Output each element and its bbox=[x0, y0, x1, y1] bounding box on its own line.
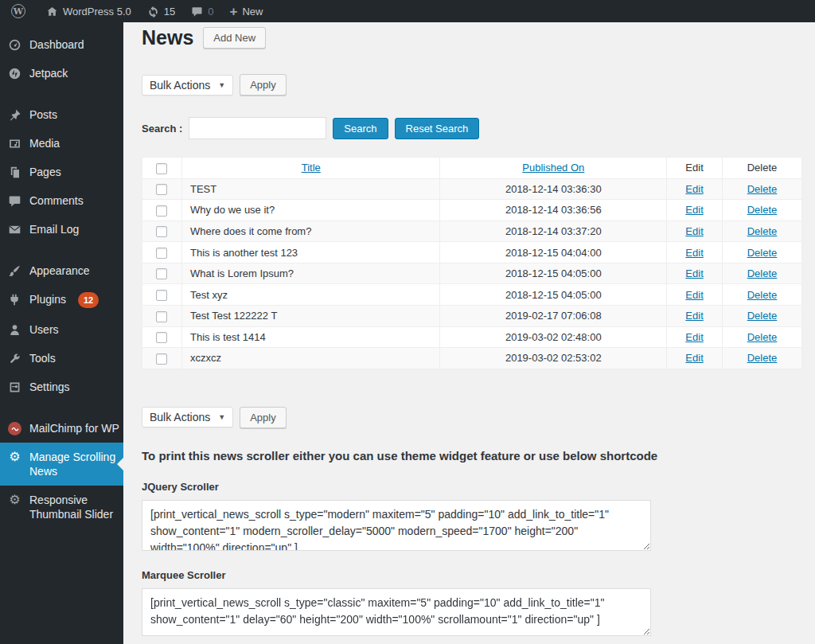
pages-icon bbox=[7, 165, 22, 179]
apply-button[interactable]: Apply bbox=[240, 74, 287, 96]
row-checkbox[interactable] bbox=[156, 248, 167, 259]
delete-link[interactable]: Delete bbox=[747, 310, 778, 322]
news-title: Where does it come from? bbox=[181, 221, 440, 242]
sidebar-item-label: Plugins bbox=[29, 292, 66, 306]
row-checkbox[interactable] bbox=[156, 332, 167, 343]
news-title: Test Test 122222 T bbox=[181, 305, 440, 326]
edit-link[interactable]: Edit bbox=[685, 183, 703, 195]
search-button[interactable]: Search bbox=[333, 118, 388, 139]
shortcode-info-heading: To print this news scroller either you c… bbox=[142, 449, 802, 463]
edit-link[interactable]: Edit bbox=[685, 310, 703, 322]
table-row: Test xyz 2018-12-15 04:05:00 Edit Delete bbox=[142, 284, 802, 306]
comment-bubble-icon bbox=[191, 6, 203, 18]
sidebar-item-mailchimp[interactable]: MailChimp for WP bbox=[0, 414, 123, 443]
sidebar-item-plugins[interactable]: Plugins 12 bbox=[0, 285, 123, 315]
delete-link[interactable]: Delete bbox=[747, 204, 778, 216]
chevron-down-icon: ▼ bbox=[218, 413, 225, 421]
table-row: Why do we use it? 2018-12-14 03:36:56 Ed… bbox=[142, 200, 802, 221]
new-label: New bbox=[242, 6, 263, 18]
comments-menu[interactable]: 0 bbox=[183, 0, 221, 22]
edit-link[interactable]: Edit bbox=[685, 204, 703, 216]
delete-link[interactable]: Delete bbox=[747, 267, 778, 279]
jquery-shortcode-textarea[interactable]: [print_vertical_news_scroll s_type="mode… bbox=[142, 500, 651, 551]
apply-button[interactable]: Apply bbox=[240, 407, 287, 428]
sidebar-item-users[interactable]: Users bbox=[0, 315, 123, 344]
site-name-menu[interactable]: WordPress 5.0 bbox=[38, 0, 139, 22]
sort-by-title-link[interactable]: Title bbox=[302, 162, 321, 174]
news-title: Test xyz bbox=[181, 284, 440, 306]
sidebar-item-settings[interactable]: Settings bbox=[0, 373, 123, 401]
update-count: 15 bbox=[164, 6, 175, 18]
sidebar-item-appearance[interactable]: Appearance bbox=[0, 256, 123, 285]
table-row: Test Test 122222 T 2019-02-17 07:06:08 E… bbox=[142, 305, 802, 326]
sidebar-item-posts[interactable]: Posts bbox=[0, 100, 123, 129]
bulk-actions-select[interactable]: Bulk Actions ▼ bbox=[142, 407, 233, 427]
delete-link[interactable]: Delete bbox=[747, 331, 778, 343]
edit-link[interactable]: Edit bbox=[685, 247, 703, 259]
edit-link[interactable]: Edit bbox=[685, 352, 703, 364]
delete-link[interactable]: Delete bbox=[747, 183, 778, 195]
sidebar-item-label: Responsive Thumbnail Slider bbox=[29, 493, 120, 521]
sidebar-item-dashboard[interactable]: Dashboard bbox=[0, 30, 123, 59]
table-row: This is another test 123 2018-12-15 04:0… bbox=[142, 242, 802, 263]
sidebar-item-comments[interactable]: Comments bbox=[0, 186, 123, 215]
edit-link[interactable]: Edit bbox=[685, 331, 703, 343]
updates-icon bbox=[147, 6, 159, 18]
published-date: 2018-12-14 03:37:20 bbox=[440, 221, 667, 242]
plus-icon: + bbox=[229, 5, 237, 18]
delete-link[interactable]: Delete bbox=[747, 225, 778, 237]
row-checkbox[interactable] bbox=[156, 205, 167, 217]
page-title: News bbox=[142, 26, 193, 49]
published-date: 2019-02-17 07:06:08 bbox=[440, 305, 667, 326]
row-checkbox[interactable] bbox=[156, 311, 167, 322]
edit-link[interactable]: Edit bbox=[685, 225, 703, 237]
news-table: Title Published On Edit Delete TEST 2018… bbox=[142, 157, 802, 369]
user-icon bbox=[7, 322, 22, 337]
table-row: Where does it come from? 2018-12-14 03:3… bbox=[142, 221, 802, 242]
delete-column-header: Delete bbox=[723, 158, 802, 179]
sidebar-item-manage-scrolling-news[interactable]: ⚙ Manage Scrolling News bbox=[0, 443, 123, 486]
select-all-checkbox[interactable] bbox=[156, 163, 167, 174]
delete-link[interactable]: Delete bbox=[747, 247, 778, 259]
bulk-actions-select[interactable]: Bulk Actions ▼ bbox=[142, 75, 233, 96]
search-label: Search : bbox=[142, 123, 182, 135]
wp-logo-menu[interactable]: W bbox=[0, 0, 33, 22]
bulk-actions-label: Bulk Actions bbox=[150, 411, 210, 423]
sidebar-item-responsive-thumbnail-slider[interactable]: ⚙ Responsive Thumbnail Slider bbox=[0, 486, 123, 529]
admin-bar: W WordPress 5.0 15 0 + New bbox=[0, 0, 815, 22]
sidebar-item-jetpack[interactable]: Jetpack bbox=[0, 59, 123, 88]
row-checkbox[interactable] bbox=[156, 226, 167, 237]
add-new-button[interactable]: Add New bbox=[203, 27, 266, 49]
delete-link[interactable]: Delete bbox=[747, 289, 778, 301]
edit-column-header: Edit bbox=[667, 158, 723, 179]
updates-menu[interactable]: 15 bbox=[139, 0, 183, 22]
sidebar-item-media[interactable]: Media bbox=[0, 129, 123, 158]
bulk-actions-bottom: Bulk Actions ▼ Apply bbox=[142, 407, 802, 428]
published-date: 2018-12-15 04:04:00 bbox=[440, 242, 667, 263]
sidebar-item-label: Users bbox=[29, 322, 59, 337]
table-header-row: Title Published On Edit Delete bbox=[142, 158, 802, 179]
sort-by-published-link[interactable]: Published On bbox=[522, 162, 584, 174]
main-content: News Add New Bulk Actions ▼ Apply Search… bbox=[123, 22, 815, 644]
sidebar-item-label: Manage Scrolling News bbox=[29, 450, 120, 478]
marquee-shortcode-textarea[interactable]: [print_vertical_news_scroll s_type="clas… bbox=[142, 588, 651, 636]
row-checkbox[interactable] bbox=[156, 268, 167, 279]
row-checkbox[interactable] bbox=[156, 353, 167, 365]
row-checkbox[interactable] bbox=[156, 290, 167, 301]
published-date: 2018-12-15 04:05:00 bbox=[440, 263, 667, 284]
news-title: Why do we use it? bbox=[181, 200, 440, 221]
sidebar-item-tools[interactable]: Tools bbox=[0, 344, 123, 373]
edit-link[interactable]: Edit bbox=[685, 289, 703, 301]
sidebar-item-label: Posts bbox=[29, 107, 57, 122]
sidebar-item-pages[interactable]: Pages bbox=[0, 158, 123, 186]
search-input[interactable] bbox=[189, 117, 326, 139]
edit-link[interactable]: Edit bbox=[685, 267, 703, 279]
new-content-menu[interactable]: + New bbox=[221, 0, 271, 22]
row-checkbox[interactable] bbox=[156, 184, 167, 195]
sidebar-item-email-log[interactable]: Email Log bbox=[0, 215, 123, 244]
reset-search-button[interactable]: Reset Search bbox=[395, 118, 480, 139]
news-title: TEST bbox=[181, 178, 440, 200]
bulk-actions-top: Bulk Actions ▼ Apply bbox=[142, 74, 802, 96]
delete-link[interactable]: Delete bbox=[747, 352, 778, 364]
published-date: 2018-12-15 04:05:00 bbox=[440, 284, 667, 306]
